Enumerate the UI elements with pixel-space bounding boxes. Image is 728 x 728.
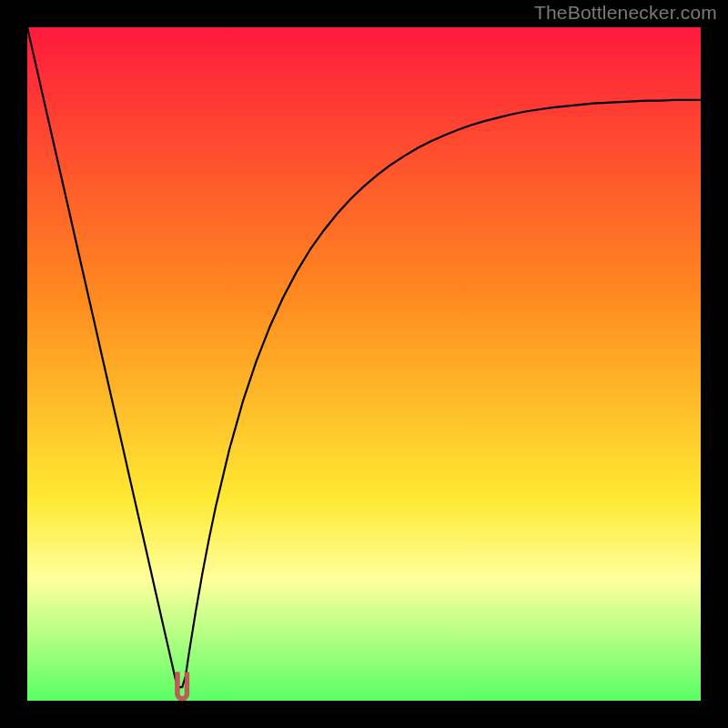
bottleneck-chart: [0, 0, 728, 728]
gradient-background: [27, 27, 701, 701]
chart-frame: TheBottlenecker.com: [0, 0, 728, 728]
attribution-label: TheBottlenecker.com: [534, 2, 717, 24]
